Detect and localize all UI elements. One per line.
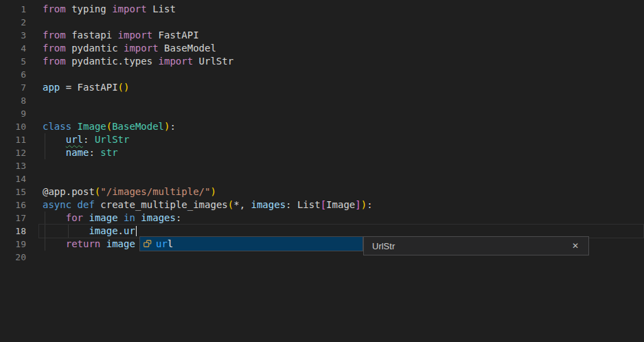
autocomplete-rest-text: l bbox=[168, 238, 173, 249]
code-line[interactable]: 16async def create_multiple_images(*, im… bbox=[0, 198, 644, 212]
token-kw: async bbox=[43, 199, 71, 210]
code-line[interactable]: 12 name: str bbox=[0, 146, 644, 159]
autocomplete-item-label: url bbox=[156, 238, 173, 249]
token-kw: class bbox=[43, 121, 71, 132]
token-var: images bbox=[251, 199, 286, 210]
token-varsq: url bbox=[66, 134, 83, 145]
code-line[interactable]: 7app = FastAPI() bbox=[0, 81, 644, 94]
token-fg: = FastAPI bbox=[60, 82, 117, 93]
code-line[interactable]: 13 bbox=[0, 159, 644, 172]
token-fg bbox=[43, 225, 89, 236]
line-number: 17 bbox=[0, 212, 26, 225]
token-flow: import bbox=[112, 3, 147, 14]
code-text: for image in images: bbox=[43, 212, 181, 225]
code-line[interactable]: 17 for image in images: bbox=[0, 212, 644, 225]
code-line[interactable]: 1from typing import List bbox=[0, 3, 644, 16]
code-line[interactable]: 2 bbox=[0, 16, 644, 29]
token-type: UrlStr bbox=[95, 134, 130, 145]
token-type: str bbox=[100, 147, 117, 158]
token-fg: Image bbox=[326, 199, 355, 210]
token-fg bbox=[118, 212, 124, 223]
code-text: from fastapi import FastAPI bbox=[43, 29, 199, 42]
token-br1: ( bbox=[228, 199, 233, 210]
token-fg: : bbox=[367, 199, 372, 210]
token-kw: in bbox=[124, 212, 135, 223]
token-fg bbox=[43, 147, 66, 158]
token-br2: ] bbox=[355, 199, 360, 210]
line-number: 15 bbox=[0, 185, 26, 198]
code-text: app = FastAPI() bbox=[43, 81, 129, 94]
code-line[interactable]: 6 bbox=[0, 68, 644, 81]
token-fg bbox=[71, 121, 77, 132]
token-fg: *, bbox=[233, 199, 251, 210]
token-fg: List bbox=[147, 3, 176, 14]
token-fg: BaseModel bbox=[159, 43, 216, 54]
token-str: "/images/multiple/" bbox=[100, 186, 210, 197]
token-flow: import bbox=[124, 43, 159, 54]
code-editor[interactable]: 1from typing import List23from fastapi i… bbox=[0, 0, 644, 342]
code-text: from pydantic import BaseModel bbox=[43, 42, 216, 55]
token-fg: : bbox=[176, 212, 181, 223]
code-text: async def create_multiple_images(*, imag… bbox=[43, 198, 373, 212]
token-fg: . bbox=[118, 225, 124, 236]
token-fg: pydantic bbox=[66, 43, 124, 54]
token-var: image bbox=[106, 238, 135, 249]
autocomplete-popup: url bbox=[139, 236, 363, 251]
token-fg: fastapi bbox=[66, 30, 118, 41]
code-line[interactable]: 11 url: UrlStr bbox=[0, 133, 644, 146]
code-line[interactable]: 8 bbox=[0, 94, 644, 107]
token-fg bbox=[43, 238, 66, 249]
token-fg bbox=[100, 238, 106, 249]
token-fg: pydantic.types bbox=[66, 56, 159, 67]
line-number: 16 bbox=[0, 198, 26, 212]
token-br1: ) bbox=[210, 186, 216, 197]
line-number: 12 bbox=[0, 146, 26, 159]
token-var: name bbox=[66, 147, 89, 158]
code-line[interactable]: 15@app.post("/images/multiple/") bbox=[0, 185, 644, 198]
line-number: 14 bbox=[0, 172, 26, 185]
code-text: return image bbox=[43, 238, 135, 251]
line-number: 10 bbox=[0, 120, 26, 133]
line-number: 7 bbox=[0, 81, 26, 94]
code-text: name: str bbox=[43, 146, 118, 159]
code-text: image.ur bbox=[43, 225, 135, 238]
token-flow: import bbox=[118, 30, 153, 41]
line-number: 2 bbox=[0, 16, 26, 29]
code-line[interactable]: 5from pydantic.types import UrlStr bbox=[0, 55, 644, 68]
token-br1: ) bbox=[361, 199, 367, 210]
token-kw: def bbox=[78, 199, 95, 210]
token-flow: return bbox=[66, 238, 101, 249]
close-icon[interactable]: ✕ bbox=[571, 240, 580, 251]
token-fg: : bbox=[89, 147, 100, 158]
text-cursor bbox=[136, 226, 137, 236]
token-fg: : bbox=[83, 134, 95, 145]
code-line[interactable]: 10class Image(BaseModel): bbox=[0, 120, 644, 133]
token-fg bbox=[71, 199, 77, 210]
code-line-list: 1from typing import List23from fastapi i… bbox=[0, 3, 644, 264]
autocomplete-detail-text: UrlStr bbox=[372, 241, 395, 251]
line-number: 4 bbox=[0, 42, 26, 55]
autocomplete-item-url[interactable]: url bbox=[140, 237, 363, 251]
code-line[interactable]: 9 bbox=[0, 107, 644, 120]
token-fg: : bbox=[170, 121, 175, 132]
field-icon bbox=[143, 239, 152, 249]
code-line[interactable]: 14 bbox=[0, 172, 644, 185]
code-line[interactable]: 3from fastapi import FastAPI bbox=[0, 29, 644, 42]
token-fg bbox=[43, 212, 66, 223]
code-text: class Image(BaseModel): bbox=[43, 120, 176, 133]
line-number: 3 bbox=[0, 29, 26, 42]
autocomplete-match-text: ur bbox=[156, 238, 168, 249]
line-number: 20 bbox=[0, 251, 26, 264]
code-text: url: UrlStr bbox=[43, 133, 129, 146]
token-var: images bbox=[141, 212, 176, 223]
token-fg: UrlStr bbox=[193, 56, 233, 67]
line-number: 11 bbox=[0, 133, 26, 146]
token-flow: for bbox=[66, 212, 83, 223]
token-flow: from bbox=[43, 30, 66, 41]
token-fg: typing bbox=[66, 3, 112, 14]
token-br2: [ bbox=[321, 199, 326, 210]
code-text: from pydantic.types import UrlStr bbox=[43, 55, 233, 68]
code-line[interactable]: 4from pydantic import BaseModel bbox=[0, 42, 644, 55]
token-fg: create_multiple_images bbox=[95, 199, 228, 210]
line-number: 6 bbox=[0, 68, 26, 81]
